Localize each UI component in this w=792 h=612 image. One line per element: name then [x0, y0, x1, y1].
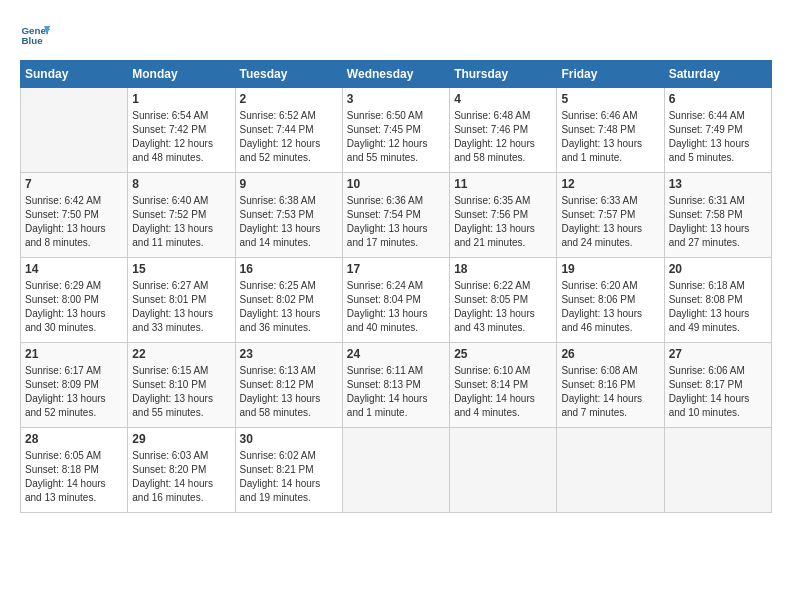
day-info: Sunrise: 6:46 AM Sunset: 7:48 PM Dayligh… [561, 109, 659, 165]
day-number: 18 [454, 262, 552, 276]
day-number: 21 [25, 347, 123, 361]
day-number: 30 [240, 432, 338, 446]
day-number: 3 [347, 92, 445, 106]
calendar-cell: 25Sunrise: 6:10 AM Sunset: 8:14 PM Dayli… [450, 343, 557, 428]
day-info: Sunrise: 6:48 AM Sunset: 7:46 PM Dayligh… [454, 109, 552, 165]
day-number: 15 [132, 262, 230, 276]
day-number: 22 [132, 347, 230, 361]
day-number: 10 [347, 177, 445, 191]
day-info: Sunrise: 6:08 AM Sunset: 8:16 PM Dayligh… [561, 364, 659, 420]
svg-text:Blue: Blue [22, 35, 44, 46]
column-header-sunday: Sunday [21, 61, 128, 88]
day-info: Sunrise: 6:03 AM Sunset: 8:20 PM Dayligh… [132, 449, 230, 505]
calendar-cell: 18Sunrise: 6:22 AM Sunset: 8:05 PM Dayli… [450, 258, 557, 343]
day-info: Sunrise: 6:31 AM Sunset: 7:58 PM Dayligh… [669, 194, 767, 250]
day-number: 20 [669, 262, 767, 276]
day-number: 14 [25, 262, 123, 276]
week-row-4: 21Sunrise: 6:17 AM Sunset: 8:09 PM Dayli… [21, 343, 772, 428]
day-number: 13 [669, 177, 767, 191]
day-info: Sunrise: 6:54 AM Sunset: 7:42 PM Dayligh… [132, 109, 230, 165]
week-row-3: 14Sunrise: 6:29 AM Sunset: 8:00 PM Dayli… [21, 258, 772, 343]
day-info: Sunrise: 6:13 AM Sunset: 8:12 PM Dayligh… [240, 364, 338, 420]
day-number: 5 [561, 92, 659, 106]
day-number: 26 [561, 347, 659, 361]
day-info: Sunrise: 6:22 AM Sunset: 8:05 PM Dayligh… [454, 279, 552, 335]
day-number: 25 [454, 347, 552, 361]
day-number: 2 [240, 92, 338, 106]
day-info: Sunrise: 6:29 AM Sunset: 8:00 PM Dayligh… [25, 279, 123, 335]
day-info: Sunrise: 6:18 AM Sunset: 8:08 PM Dayligh… [669, 279, 767, 335]
day-info: Sunrise: 6:06 AM Sunset: 8:17 PM Dayligh… [669, 364, 767, 420]
calendar-cell [342, 428, 449, 513]
calendar-cell: 4Sunrise: 6:48 AM Sunset: 7:46 PM Daylig… [450, 88, 557, 173]
column-header-wednesday: Wednesday [342, 61, 449, 88]
day-info: Sunrise: 6:40 AM Sunset: 7:52 PM Dayligh… [132, 194, 230, 250]
column-header-tuesday: Tuesday [235, 61, 342, 88]
day-number: 19 [561, 262, 659, 276]
week-row-2: 7Sunrise: 6:42 AM Sunset: 7:50 PM Daylig… [21, 173, 772, 258]
column-header-friday: Friday [557, 61, 664, 88]
day-number: 4 [454, 92, 552, 106]
calendar-cell: 30Sunrise: 6:02 AM Sunset: 8:21 PM Dayli… [235, 428, 342, 513]
calendar-cell: 15Sunrise: 6:27 AM Sunset: 8:01 PM Dayli… [128, 258, 235, 343]
calendar-cell: 7Sunrise: 6:42 AM Sunset: 7:50 PM Daylig… [21, 173, 128, 258]
calendar-cell: 10Sunrise: 6:36 AM Sunset: 7:54 PM Dayli… [342, 173, 449, 258]
calendar-cell: 29Sunrise: 6:03 AM Sunset: 8:20 PM Dayli… [128, 428, 235, 513]
day-info: Sunrise: 6:27 AM Sunset: 8:01 PM Dayligh… [132, 279, 230, 335]
calendar-cell: 12Sunrise: 6:33 AM Sunset: 7:57 PM Dayli… [557, 173, 664, 258]
week-row-1: 1Sunrise: 6:54 AM Sunset: 7:42 PM Daylig… [21, 88, 772, 173]
day-number: 7 [25, 177, 123, 191]
calendar-cell: 28Sunrise: 6:05 AM Sunset: 8:18 PM Dayli… [21, 428, 128, 513]
calendar-cell: 8Sunrise: 6:40 AM Sunset: 7:52 PM Daylig… [128, 173, 235, 258]
column-header-thursday: Thursday [450, 61, 557, 88]
calendar-cell: 1Sunrise: 6:54 AM Sunset: 7:42 PM Daylig… [128, 88, 235, 173]
calendar-cell: 5Sunrise: 6:46 AM Sunset: 7:48 PM Daylig… [557, 88, 664, 173]
calendar-header-row: SundayMondayTuesdayWednesdayThursdayFrid… [21, 61, 772, 88]
day-info: Sunrise: 6:15 AM Sunset: 8:10 PM Dayligh… [132, 364, 230, 420]
day-info: Sunrise: 6:24 AM Sunset: 8:04 PM Dayligh… [347, 279, 445, 335]
calendar-cell: 2Sunrise: 6:52 AM Sunset: 7:44 PM Daylig… [235, 88, 342, 173]
day-info: Sunrise: 6:50 AM Sunset: 7:45 PM Dayligh… [347, 109, 445, 165]
calendar-cell [664, 428, 771, 513]
day-info: Sunrise: 6:52 AM Sunset: 7:44 PM Dayligh… [240, 109, 338, 165]
day-info: Sunrise: 6:33 AM Sunset: 7:57 PM Dayligh… [561, 194, 659, 250]
page-header: General Blue [20, 20, 772, 50]
week-row-5: 28Sunrise: 6:05 AM Sunset: 8:18 PM Dayli… [21, 428, 772, 513]
calendar-cell: 14Sunrise: 6:29 AM Sunset: 8:00 PM Dayli… [21, 258, 128, 343]
calendar-cell: 13Sunrise: 6:31 AM Sunset: 7:58 PM Dayli… [664, 173, 771, 258]
day-number: 28 [25, 432, 123, 446]
column-header-saturday: Saturday [664, 61, 771, 88]
calendar-cell: 19Sunrise: 6:20 AM Sunset: 8:06 PM Dayli… [557, 258, 664, 343]
day-number: 9 [240, 177, 338, 191]
day-number: 6 [669, 92, 767, 106]
day-number: 24 [347, 347, 445, 361]
day-info: Sunrise: 6:10 AM Sunset: 8:14 PM Dayligh… [454, 364, 552, 420]
column-header-monday: Monday [128, 61, 235, 88]
calendar-cell: 16Sunrise: 6:25 AM Sunset: 8:02 PM Dayli… [235, 258, 342, 343]
day-info: Sunrise: 6:25 AM Sunset: 8:02 PM Dayligh… [240, 279, 338, 335]
day-number: 12 [561, 177, 659, 191]
day-number: 11 [454, 177, 552, 191]
day-info: Sunrise: 6:02 AM Sunset: 8:21 PM Dayligh… [240, 449, 338, 505]
day-info: Sunrise: 6:05 AM Sunset: 8:18 PM Dayligh… [25, 449, 123, 505]
calendar-cell: 17Sunrise: 6:24 AM Sunset: 8:04 PM Dayli… [342, 258, 449, 343]
day-number: 16 [240, 262, 338, 276]
day-number: 17 [347, 262, 445, 276]
calendar-cell: 21Sunrise: 6:17 AM Sunset: 8:09 PM Dayli… [21, 343, 128, 428]
day-info: Sunrise: 6:42 AM Sunset: 7:50 PM Dayligh… [25, 194, 123, 250]
calendar-table: SundayMondayTuesdayWednesdayThursdayFrid… [20, 60, 772, 513]
calendar-cell: 26Sunrise: 6:08 AM Sunset: 8:16 PM Dayli… [557, 343, 664, 428]
day-number: 23 [240, 347, 338, 361]
day-info: Sunrise: 6:17 AM Sunset: 8:09 PM Dayligh… [25, 364, 123, 420]
day-info: Sunrise: 6:38 AM Sunset: 7:53 PM Dayligh… [240, 194, 338, 250]
calendar-cell: 22Sunrise: 6:15 AM Sunset: 8:10 PM Dayli… [128, 343, 235, 428]
day-number: 27 [669, 347, 767, 361]
calendar-cell: 24Sunrise: 6:11 AM Sunset: 8:13 PM Dayli… [342, 343, 449, 428]
day-number: 8 [132, 177, 230, 191]
calendar-cell: 6Sunrise: 6:44 AM Sunset: 7:49 PM Daylig… [664, 88, 771, 173]
calendar-cell: 27Sunrise: 6:06 AM Sunset: 8:17 PM Dayli… [664, 343, 771, 428]
day-number: 29 [132, 432, 230, 446]
calendar-cell: 23Sunrise: 6:13 AM Sunset: 8:12 PM Dayli… [235, 343, 342, 428]
calendar-cell: 11Sunrise: 6:35 AM Sunset: 7:56 PM Dayli… [450, 173, 557, 258]
calendar-cell: 20Sunrise: 6:18 AM Sunset: 8:08 PM Dayli… [664, 258, 771, 343]
